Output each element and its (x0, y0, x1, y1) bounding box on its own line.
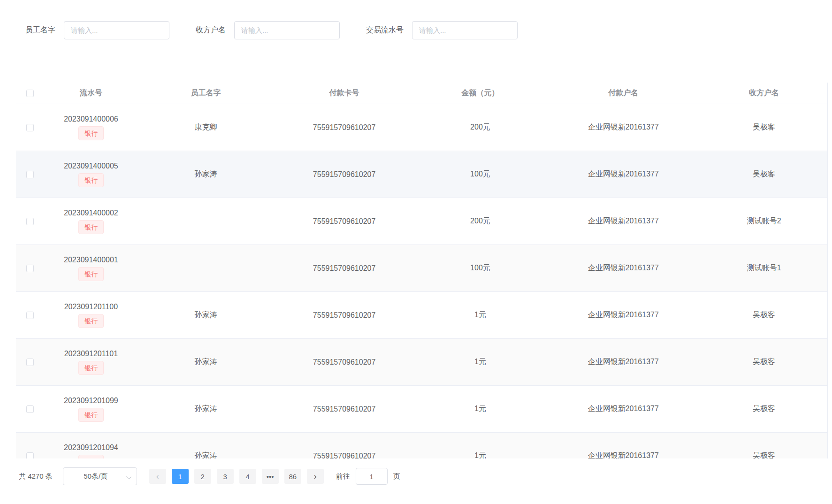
chevron-down-icon (126, 474, 131, 479)
filter-bar: 员工名字 收方户名 交易流水号 (25, 21, 518, 39)
row-checkbox[interactable] (26, 171, 34, 178)
bank-tag: 银行 (78, 408, 104, 422)
payer-account: 企业网银新20161377 (546, 216, 701, 226)
table-row: 2023091400006 银行 康克卿 755915709610207 200… (16, 104, 827, 151)
serial-number: 2023091201100 (64, 303, 118, 311)
payee-account: 吴极客 (701, 122, 827, 132)
payee-account: 吴极客 (701, 310, 827, 320)
total-count: 共 4270 条 (19, 472, 53, 481)
amount: 1元 (415, 357, 546, 367)
payer-account: 企业网银新20161377 (546, 122, 701, 132)
column-header-card: 付款卡号 (274, 88, 415, 98)
table-row: 2023091400005 银行 孙家涛 755915709610207 100… (16, 151, 827, 198)
bank-tag: 银行 (78, 126, 104, 140)
employee-name: 孙家涛 (138, 404, 274, 414)
amount: 200元 (415, 122, 546, 132)
payee-account: 测试账号1 (701, 263, 827, 273)
serial-number: 2023091400002 (64, 209, 118, 217)
table-row: 2023091201099 银行 孙家涛 755915709610207 1元 … (16, 386, 827, 433)
table-row: 2023091201101 银行 孙家涛 755915709610207 1元 … (16, 339, 827, 386)
payee-account: 吴极客 (701, 357, 827, 367)
bank-tag: 银行 (78, 220, 104, 234)
page-size-value: 50条/页 (84, 472, 107, 481)
row-checkbox[interactable] (26, 265, 34, 272)
amount: 100元 (415, 169, 546, 179)
payment-card: 755915709610207 (274, 405, 415, 413)
payee-account: 吴极客 (701, 404, 827, 414)
serial-number: 2023091201101 (64, 350, 118, 358)
serial-number: 2023091400001 (64, 256, 118, 264)
payer-account: 企业网银新20161377 (546, 404, 701, 414)
transaction-serial-input[interactable] (412, 21, 518, 39)
row-checkbox[interactable] (26, 359, 34, 366)
employee-name-input[interactable] (64, 21, 169, 39)
payer-account: 企业网银新20161377 (546, 310, 701, 320)
next-page-button[interactable]: › (307, 469, 324, 484)
row-checkbox[interactable] (26, 218, 34, 225)
page-button-2[interactable]: 2 (194, 469, 211, 484)
column-header-employee: 员工名字 (138, 88, 274, 98)
filter-transaction-serial: 交易流水号 (366, 21, 518, 39)
employee-name: 康克卿 (138, 122, 274, 132)
transaction-serial-label: 交易流水号 (366, 25, 404, 35)
amount: 1元 (415, 404, 546, 414)
pagination-bar: 共 4270 条 50条/页 ‹ 1 2 3 4 ••• 86 › 前往 页 (0, 458, 832, 504)
page-size-select[interactable]: 50条/页 (63, 467, 137, 485)
row-checkbox[interactable] (26, 312, 34, 319)
header-checkbox-cell (16, 89, 44, 98)
page-button-4[interactable]: 4 (239, 469, 256, 484)
bank-tag: 银行 (78, 361, 104, 375)
goto-label: 前往 (336, 472, 350, 481)
column-header-payer: 付款户名 (546, 88, 701, 98)
payment-card: 755915709610207 (274, 358, 415, 367)
table-row: 2023091400001 银行 755915709610207 100元 企业… (16, 245, 827, 292)
column-header-amount: 金额（元） (415, 88, 546, 98)
page-suffix-label: 页 (393, 472, 400, 481)
filter-employee-name: 员工名字 (25, 21, 169, 39)
page-button-86[interactable]: 86 (284, 469, 301, 484)
payment-card: 755915709610207 (274, 170, 415, 179)
payee-account: 吴极客 (701, 169, 827, 179)
goto-page-input[interactable] (356, 468, 388, 485)
more-pages-button[interactable]: ••• (262, 469, 279, 484)
pager: ‹ 1 2 3 4 ••• 86 › (146, 469, 327, 484)
payment-card: 755915709610207 (274, 217, 415, 226)
table-row: 2023091201100 银行 孙家涛 755915709610207 1元 … (16, 292, 827, 339)
payment-card: 755915709610207 (274, 123, 415, 132)
row-checkbox[interactable] (26, 405, 34, 413)
payer-account: 企业网银新20161377 (546, 263, 701, 273)
filter-payee-name: 收方户名 (196, 21, 340, 39)
amount: 1元 (415, 310, 546, 320)
bank-tag: 银行 (78, 173, 104, 187)
payment-card: 755915709610207 (274, 264, 415, 273)
bank-tag: 银行 (78, 267, 104, 281)
employee-name: 孙家涛 (138, 169, 274, 179)
table-row: 2023091400002 银行 755915709610207 200元 企业… (16, 198, 827, 245)
select-all-checkbox[interactable] (26, 90, 34, 97)
amount: 100元 (415, 263, 546, 273)
bank-tag: 银行 (78, 314, 104, 328)
records-table: 流水号 员工名字 付款卡号 金额（元） 付款户名 收方户名 2023091400… (16, 83, 828, 480)
employee-name-label: 员工名字 (25, 25, 55, 35)
serial-number: 2023091201094 (64, 443, 118, 452)
page-button-3[interactable]: 3 (217, 469, 234, 484)
payee-name-label: 收方户名 (196, 25, 226, 35)
amount: 200元 (415, 216, 546, 226)
column-header-serial: 流水号 (44, 88, 138, 98)
payment-card: 755915709610207 (274, 311, 415, 320)
payer-account: 企业网银新20161377 (546, 169, 701, 179)
prev-page-button[interactable]: ‹ (149, 469, 166, 484)
payee-name-input[interactable] (234, 21, 340, 39)
payer-account: 企业网银新20161377 (546, 357, 701, 367)
serial-number: 2023091201099 (64, 397, 118, 405)
column-header-payee: 收方户名 (701, 88, 827, 98)
table-header: 流水号 员工名字 付款卡号 金额（元） 付款户名 收方户名 (16, 83, 827, 104)
employee-name: 孙家涛 (138, 357, 274, 367)
serial-number: 2023091400005 (64, 162, 118, 170)
serial-number: 2023091400006 (64, 115, 118, 123)
page-button-1[interactable]: 1 (172, 469, 189, 484)
row-checkbox[interactable] (26, 124, 34, 131)
payee-account: 测试账号2 (701, 216, 827, 226)
transfer-records-page: 员工名字 收方户名 交易流水号 流水号 员工名字 付款卡号 金额（元） 付款户名… (0, 0, 832, 504)
employee-name: 孙家涛 (138, 310, 274, 320)
